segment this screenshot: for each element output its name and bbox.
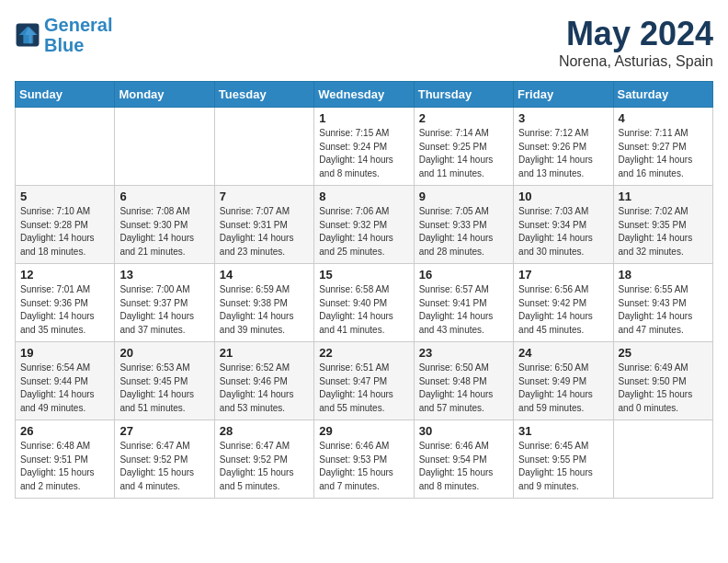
day-info-line: Sunset: 9:26 PM bbox=[518, 142, 586, 152]
calendar-cell: 29Sunrise: 6:46 AMSunset: 9:53 PMDayligh… bbox=[314, 420, 414, 499]
day-info-line: Daylight: 14 hours bbox=[518, 155, 593, 165]
day-info-line: Sunset: 9:43 PM bbox=[619, 298, 687, 308]
page-header: General Blue May 2024 Norena, Asturias, … bbox=[15, 15, 713, 70]
calendar-cell: 8Sunrise: 7:06 AMSunset: 9:32 PMDaylight… bbox=[314, 186, 414, 264]
day-info-line: Sunrise: 7:02 AM bbox=[619, 206, 688, 216]
day-info-line: Daylight: 14 hours bbox=[119, 389, 194, 399]
calendar-table: SundayMondayTuesdayWednesdayThursdayFrid… bbox=[15, 81, 713, 499]
day-content: Sunrise: 7:11 AMSunset: 9:27 PMDaylight:… bbox=[619, 127, 708, 180]
calendar-cell: 24Sunrise: 6:50 AMSunset: 9:49 PMDayligh… bbox=[514, 342, 613, 420]
day-info-line: Daylight: 14 hours bbox=[20, 233, 95, 243]
day-info-line: Sunrise: 7:05 AM bbox=[419, 206, 489, 216]
weekday-header: Wednesday bbox=[314, 82, 414, 108]
day-info-line: Sunrise: 7:11 AM bbox=[619, 128, 688, 138]
calendar-cell: 25Sunrise: 6:49 AMSunset: 9:50 PMDayligh… bbox=[613, 342, 712, 420]
calendar-cell: 22Sunrise: 6:51 AMSunset: 9:47 PMDayligh… bbox=[314, 342, 414, 420]
day-info-line: Sunset: 9:45 PM bbox=[119, 376, 188, 386]
day-info-line: Daylight: 15 hours bbox=[518, 467, 593, 477]
day-info-line: Sunrise: 6:47 AM bbox=[220, 441, 290, 451]
day-info-line: Sunrise: 7:12 AM bbox=[518, 128, 588, 138]
day-info-line: and 32 minutes. bbox=[619, 247, 684, 257]
day-number: 14 bbox=[220, 268, 309, 282]
day-info-line: Daylight: 14 hours bbox=[518, 389, 593, 399]
calendar-cell: 27Sunrise: 6:47 AMSunset: 9:52 PMDayligh… bbox=[115, 420, 214, 499]
day-info-line: and 49 minutes. bbox=[20, 403, 85, 413]
day-info-line: Daylight: 15 hours bbox=[20, 467, 95, 477]
day-info-line: and 39 minutes. bbox=[220, 325, 285, 335]
day-content: Sunrise: 7:10 AMSunset: 9:28 PMDaylight:… bbox=[20, 205, 109, 259]
weekday-header: Thursday bbox=[414, 82, 513, 108]
logo-general: General bbox=[44, 15, 112, 35]
day-number: 31 bbox=[518, 424, 608, 438]
day-info-line: Sunrise: 7:06 AM bbox=[319, 206, 389, 216]
header-row: SundayMondayTuesdayWednesdayThursdayFrid… bbox=[16, 82, 713, 108]
day-info-line: and 41 minutes. bbox=[319, 325, 384, 335]
day-info-line: and 37 minutes. bbox=[119, 325, 185, 335]
day-info-line: Sunset: 9:36 PM bbox=[20, 298, 88, 308]
calendar-cell: 9Sunrise: 7:05 AMSunset: 9:33 PMDaylight… bbox=[414, 186, 513, 264]
day-info-line: Daylight: 14 hours bbox=[619, 155, 693, 165]
day-number: 17 bbox=[518, 268, 608, 282]
day-info-line: Sunset: 9:27 PM bbox=[619, 142, 687, 152]
calendar-week-row: 1Sunrise: 7:15 AMSunset: 9:24 PMDaylight… bbox=[16, 108, 713, 186]
day-number: 10 bbox=[518, 190, 608, 203]
day-info-line: and 13 minutes. bbox=[518, 168, 584, 178]
day-info-line: and 0 minutes. bbox=[619, 403, 679, 413]
day-info-line: Daylight: 14 hours bbox=[119, 311, 194, 321]
day-info-line: Sunset: 9:51 PM bbox=[20, 454, 88, 465]
calendar-cell bbox=[16, 108, 115, 186]
day-number: 23 bbox=[419, 346, 508, 360]
day-info-line: and 8 minutes. bbox=[319, 168, 380, 178]
day-info-line: and 43 minutes. bbox=[419, 325, 484, 335]
day-number: 24 bbox=[518, 346, 608, 360]
calendar-cell: 26Sunrise: 6:48 AMSunset: 9:51 PMDayligh… bbox=[16, 420, 115, 499]
day-info-line: and 28 minutes. bbox=[419, 247, 484, 257]
day-info-line: Sunrise: 6:48 AM bbox=[20, 441, 90, 451]
day-content: Sunrise: 7:03 AMSunset: 9:34 PMDaylight:… bbox=[518, 205, 608, 259]
calendar-cell: 4Sunrise: 7:11 AMSunset: 9:27 PMDaylight… bbox=[613, 108, 712, 186]
day-info-line: Sunrise: 6:54 AM bbox=[20, 362, 90, 373]
day-info-line: Daylight: 14 hours bbox=[319, 233, 393, 243]
day-content: Sunrise: 6:50 AMSunset: 9:49 PMDaylight:… bbox=[518, 362, 608, 415]
day-content: Sunrise: 6:48 AMSunset: 9:51 PMDaylight:… bbox=[20, 440, 109, 493]
calendar-cell: 31Sunrise: 6:45 AMSunset: 9:55 PMDayligh… bbox=[514, 420, 613, 499]
day-info-line: Sunrise: 7:14 AM bbox=[419, 128, 489, 138]
day-info-line: Sunrise: 6:46 AM bbox=[319, 441, 389, 451]
day-info-line: Sunrise: 6:57 AM bbox=[419, 284, 489, 294]
day-info-line: and 59 minutes. bbox=[518, 403, 584, 413]
day-content: Sunrise: 7:14 AMSunset: 9:25 PMDaylight:… bbox=[419, 127, 508, 180]
day-content: Sunrise: 7:02 AMSunset: 9:35 PMDaylight:… bbox=[619, 205, 708, 259]
day-info-line: Sunset: 9:28 PM bbox=[20, 220, 88, 230]
day-info-line: Sunset: 9:33 PM bbox=[419, 220, 487, 230]
logo-text: General Blue bbox=[44, 15, 112, 55]
calendar-cell: 10Sunrise: 7:03 AMSunset: 9:34 PMDayligh… bbox=[514, 186, 613, 264]
day-info-line: and 4 minutes. bbox=[119, 481, 180, 491]
day-info-line: and 9 minutes. bbox=[518, 481, 579, 491]
day-info-line: Sunset: 9:47 PM bbox=[319, 376, 387, 386]
day-content: Sunrise: 6:47 AMSunset: 9:52 PMDaylight:… bbox=[119, 440, 209, 493]
calendar-cell: 14Sunrise: 6:59 AMSunset: 9:38 PMDayligh… bbox=[214, 264, 313, 342]
day-content: Sunrise: 6:50 AMSunset: 9:48 PMDaylight:… bbox=[419, 362, 508, 415]
day-number: 9 bbox=[419, 190, 508, 203]
day-number: 8 bbox=[319, 190, 408, 203]
day-content: Sunrise: 6:45 AMSunset: 9:55 PMDaylight:… bbox=[518, 440, 608, 493]
day-content: Sunrise: 6:56 AMSunset: 9:42 PMDaylight:… bbox=[518, 283, 608, 337]
day-info-line: Sunrise: 6:55 AM bbox=[619, 284, 688, 294]
calendar-week-row: 12Sunrise: 7:01 AMSunset: 9:36 PMDayligh… bbox=[16, 264, 713, 342]
day-info-line: and 23 minutes. bbox=[220, 247, 285, 257]
day-info-line: Daylight: 14 hours bbox=[518, 233, 593, 243]
day-info-line: and 25 minutes. bbox=[319, 247, 384, 257]
day-info-line: and 7 minutes. bbox=[319, 481, 380, 491]
calendar-cell: 16Sunrise: 6:57 AMSunset: 9:41 PMDayligh… bbox=[414, 264, 513, 342]
day-content: Sunrise: 6:58 AMSunset: 9:40 PMDaylight:… bbox=[319, 283, 408, 337]
day-info-line: Daylight: 14 hours bbox=[319, 311, 393, 321]
day-info-line: Sunrise: 7:08 AM bbox=[119, 206, 189, 216]
day-info-line: Daylight: 14 hours bbox=[419, 311, 494, 321]
day-content: Sunrise: 7:07 AMSunset: 9:31 PMDaylight:… bbox=[220, 205, 309, 259]
day-info-line: Daylight: 14 hours bbox=[20, 311, 95, 321]
calendar-cell: 19Sunrise: 6:54 AMSunset: 9:44 PMDayligh… bbox=[16, 342, 115, 420]
day-info-line: Daylight: 14 hours bbox=[419, 233, 494, 243]
day-info-line: and 51 minutes. bbox=[119, 403, 185, 413]
day-info-line: Sunset: 9:35 PM bbox=[619, 220, 687, 230]
location-title: Norena, Asturias, Spain bbox=[559, 53, 713, 70]
